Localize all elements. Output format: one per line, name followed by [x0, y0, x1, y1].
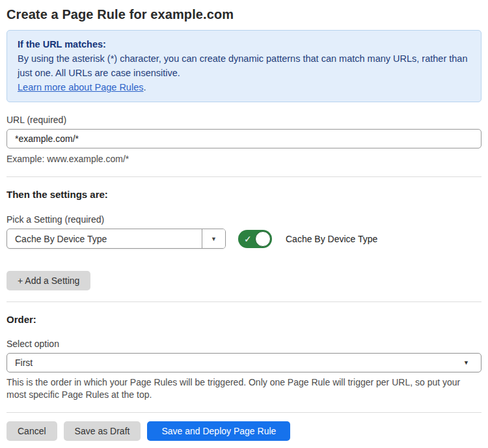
url-label: URL (required)	[7, 115, 481, 125]
divider	[7, 301, 481, 302]
chevron-down-icon: ▼	[463, 359, 473, 366]
order-select-label: Select option	[7, 339, 481, 349]
pick-setting-label: Pick a Setting (required)	[7, 214, 481, 225]
toggle-knob	[255, 231, 271, 247]
setting-dropdown[interactable]: Cache By Device Type ▼	[7, 229, 226, 249]
setting-toggle[interactable]: ✓	[238, 230, 272, 248]
url-helper-text: Example: www.example.com/*	[7, 153, 481, 165]
page-title: Create a Page Rule for example.com	[7, 5, 481, 23]
check-icon: ✓	[244, 233, 252, 244]
order-section-heading: Order:	[7, 314, 481, 325]
save-as-draft-button[interactable]: Save as Draft	[64, 421, 141, 441]
order-select[interactable]: First ▼	[7, 353, 481, 372]
link-suffix: .	[143, 82, 146, 92]
cancel-button[interactable]: Cancel	[7, 421, 57, 441]
setting-toggle-group: ✓ Cache By Device Type	[238, 230, 377, 248]
divider	[7, 412, 481, 413]
divider	[7, 176, 481, 177]
order-helper-text: This is the order in which your Page Rul…	[7, 376, 481, 401]
footer-actions: Cancel Save as Draft Save and Deploy Pag…	[7, 421, 481, 441]
setting-row: Cache By Device Type ▼ ✓ Cache By Device…	[7, 229, 481, 249]
learn-more-link[interactable]: Learn more about Page Rules	[18, 82, 143, 92]
url-input[interactable]	[7, 129, 481, 148]
url-match-info-box: If the URL matches: By using the asteris…	[7, 30, 481, 102]
page-rule-form: Create a Page Rule for example.com If th…	[0, 0, 488, 441]
chevron-down-icon[interactable]: ▼	[202, 229, 225, 248]
order-select-value: First	[15, 357, 33, 368]
setting-dropdown-value: Cache By Device Type	[7, 229, 202, 248]
save-and-deploy-button[interactable]: Save and Deploy Page Rule	[147, 421, 290, 441]
settings-section-heading: Then the settings are:	[7, 189, 481, 200]
add-setting-button[interactable]: + Add a Setting	[7, 271, 90, 290]
info-box-body: By using the asterisk (*) character, you…	[18, 51, 470, 80]
info-link-line: Learn more about Page Rules.	[18, 80, 470, 94]
info-box-heading: If the URL matches:	[18, 37, 470, 51]
setting-toggle-label: Cache By Device Type	[286, 234, 377, 244]
